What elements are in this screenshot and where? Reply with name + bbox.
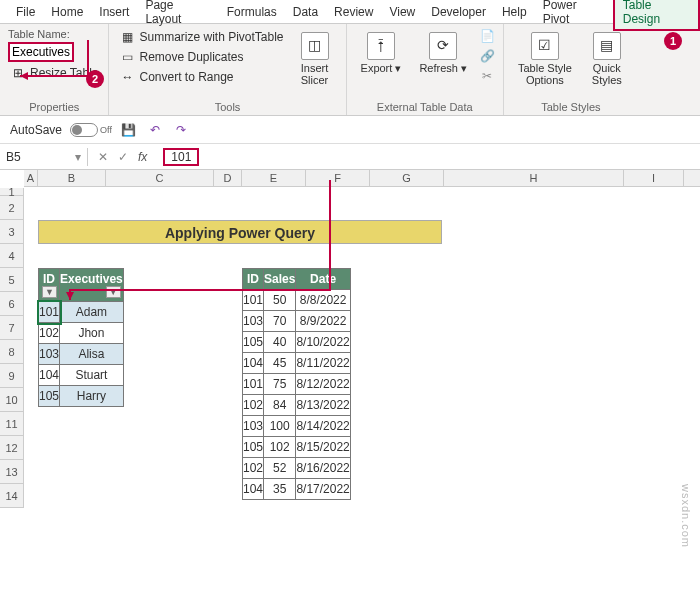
tab-file[interactable]: File (8, 2, 43, 22)
tab-data[interactable]: Data (285, 2, 326, 22)
insert-slicer-button[interactable]: ◫Insert Slicer (292, 28, 338, 90)
cell[interactable]: Stuart (60, 365, 124, 386)
cell[interactable]: 75 (264, 374, 296, 395)
cell[interactable]: 40 (264, 332, 296, 353)
cell[interactable]: 100 (264, 416, 296, 437)
col-header[interactable]: E (242, 170, 306, 186)
row-header[interactable]: 11 (0, 412, 24, 436)
tab-developer[interactable]: Developer (423, 2, 494, 22)
filter-dropdown-icon[interactable]: ▼ (106, 286, 121, 298)
cell[interactable]: Alisa (60, 344, 124, 365)
row-header[interactable]: 8 (0, 340, 24, 364)
tab-view[interactable]: View (381, 2, 423, 22)
cell[interactable]: 45 (264, 353, 296, 374)
cell[interactable]: 8/15/2022 (296, 437, 350, 458)
remove-duplicates-button[interactable]: ▭Remove Duplicates (117, 48, 285, 66)
cell[interactable]: 8/17/2022 (296, 479, 350, 500)
fx-icon[interactable]: fx (138, 150, 147, 164)
cell[interactable]: 84 (264, 395, 296, 416)
enter-icon[interactable]: ✓ (118, 150, 128, 164)
row-header[interactable]: 3 (0, 220, 24, 244)
table-header[interactable]: ID▼ (39, 269, 60, 302)
row-header[interactable]: 5 (0, 268, 24, 292)
tab-home[interactable]: Home (43, 2, 91, 22)
table-header[interactable]: Sales (264, 269, 296, 290)
sales-table[interactable]: ID Sales Date 101508/8/2022 103708/9/202… (242, 268, 351, 500)
refresh-button[interactable]: ⟳Refresh ▾ (413, 28, 473, 78)
cell[interactable]: Jhon (60, 323, 124, 344)
cell[interactable]: 8/12/2022 (296, 374, 350, 395)
cell[interactable]: 101 (243, 374, 264, 395)
cell[interactable]: 103 (39, 344, 60, 365)
cell[interactable]: 104 (243, 353, 264, 374)
tab-formulas[interactable]: Formulas (219, 2, 285, 22)
cell[interactable]: 102 (264, 437, 296, 458)
cell[interactable]: 102 (243, 395, 264, 416)
col-header[interactable]: D (214, 170, 242, 186)
cell[interactable]: 105 (243, 332, 264, 353)
cell[interactable]: 8/8/2022 (296, 290, 350, 311)
filter-dropdown-icon[interactable]: ▼ (42, 286, 57, 298)
row-header[interactable]: 2 (0, 196, 24, 220)
cell[interactable]: 8/11/2022 (296, 353, 350, 374)
tab-insert[interactable]: Insert (91, 2, 137, 22)
autosave-toggle[interactable] (70, 123, 98, 137)
redo-icon[interactable]: ↷ (172, 121, 190, 139)
table-header[interactable]: Executives▼ (60, 269, 124, 302)
cell[interactable]: Harry (60, 386, 124, 407)
executives-table[interactable]: ID▼ Executives▼ 101Adam 102Jhon 103Alisa… (38, 268, 124, 407)
cell[interactable]: 52 (264, 458, 296, 479)
row-header[interactable]: 14 (0, 484, 24, 508)
table-style-options-button[interactable]: ☑Table Style Options (512, 28, 578, 90)
cell[interactable]: 104 (243, 479, 264, 500)
row-header[interactable]: 10 (0, 388, 24, 412)
cell[interactable]: 50 (264, 290, 296, 311)
name-box[interactable]: B5▾ (0, 148, 88, 166)
col-header[interactable]: F (306, 170, 370, 186)
row-header[interactable]: 4 (0, 244, 24, 268)
row-header[interactable]: 9 (0, 364, 24, 388)
cell[interactable]: 8/13/2022 (296, 395, 350, 416)
cell[interactable]: 8/10/2022 (296, 332, 350, 353)
tab-review[interactable]: Review (326, 2, 381, 22)
quick-styles-button[interactable]: ▤Quick Styles (584, 28, 630, 90)
cell[interactable]: 102 (39, 323, 60, 344)
cell[interactable]: 104 (39, 365, 60, 386)
cell-selected[interactable]: 101 (39, 302, 60, 323)
cell[interactable]: 103 (243, 311, 264, 332)
summarize-pivot-button[interactable]: ▦Summarize with PivotTable (117, 28, 285, 46)
table-name-input[interactable] (8, 42, 74, 62)
row-header[interactable]: 7 (0, 316, 24, 340)
col-header[interactable]: C (106, 170, 214, 186)
cell[interactable]: 70 (264, 311, 296, 332)
cell[interactable]: 105 (39, 386, 60, 407)
cell[interactable]: 35 (264, 479, 296, 500)
save-icon[interactable]: 💾 (120, 121, 138, 139)
properties-icon[interactable]: 📄 (479, 28, 495, 44)
table-header[interactable]: ID (243, 269, 264, 290)
cell[interactable]: 8/9/2022 (296, 311, 350, 332)
cell[interactable]: 103 (243, 416, 264, 437)
col-header[interactable]: G (370, 170, 444, 186)
undo-icon[interactable]: ↶ (146, 121, 164, 139)
cell[interactable]: 101 (243, 290, 264, 311)
cell[interactable]: Adam (60, 302, 124, 323)
row-header[interactable]: 6 (0, 292, 24, 316)
col-header[interactable]: I (624, 170, 684, 186)
resize-table-button[interactable]: ⊞Resize Table (8, 64, 100, 82)
tab-help[interactable]: Help (494, 2, 535, 22)
formula-input[interactable]: 101 (157, 148, 700, 166)
row-header[interactable]: 1 (0, 188, 24, 196)
export-button[interactable]: ⭱Export ▾ (355, 28, 408, 78)
col-header[interactable]: H (444, 170, 624, 186)
cell[interactable]: 102 (243, 458, 264, 479)
cancel-icon[interactable]: ✕ (98, 150, 108, 164)
unlink-icon[interactable]: ✂ (479, 68, 495, 84)
convert-range-button[interactable]: ↔Convert to Range (117, 68, 285, 86)
col-header[interactable]: B (38, 170, 106, 186)
table-header[interactable]: Date (296, 269, 350, 290)
open-browser-icon[interactable]: 🔗 (479, 48, 495, 64)
cell[interactable]: 8/16/2022 (296, 458, 350, 479)
row-header[interactable]: 12 (0, 436, 24, 460)
cell[interactable]: 8/14/2022 (296, 416, 350, 437)
